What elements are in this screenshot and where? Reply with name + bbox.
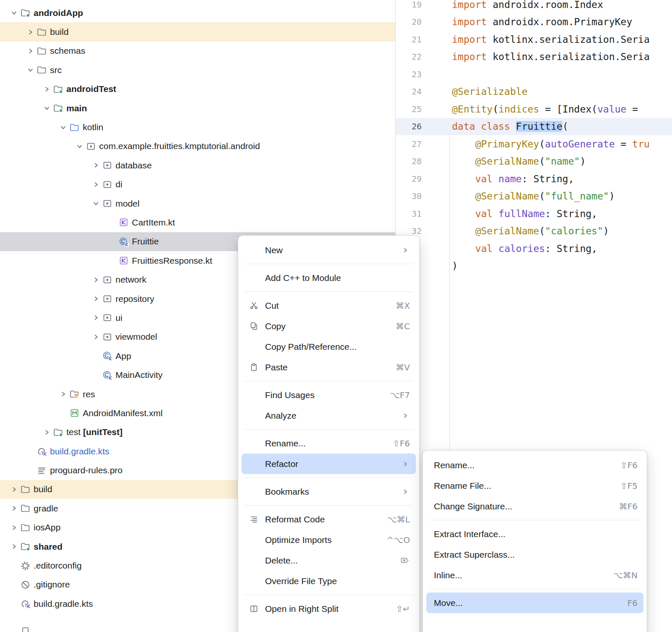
menu-item-change-signature[interactable]: Change Signature...⌘F6 <box>426 496 643 517</box>
tree-row[interactable]: com.example.fruitties.kmptutorial.androi… <box>0 137 395 156</box>
chevron-down-icon[interactable] <box>24 67 37 73</box>
tree-row[interactable]: di <box>0 175 395 194</box>
chevron-down-icon[interactable] <box>8 10 20 16</box>
code-line[interactable]: 25@Entity(indices = [Index(value = <box>396 100 672 118</box>
line-number: 29 <box>396 174 450 184</box>
code-line[interactable]: 23 <box>396 66 672 83</box>
code-token: ) <box>609 191 615 202</box>
chevron-right-icon[interactable] <box>89 334 102 340</box>
chevron-right-icon[interactable] <box>89 296 102 302</box>
package-icon <box>102 160 116 170</box>
tree-row[interactable]: main <box>0 99 395 118</box>
chevron-right-icon[interactable] <box>8 486 20 493</box>
menu-item-extract-interface[interactable]: Extract Interface... <box>426 524 643 544</box>
tree-row[interactable]: build <box>0 22 395 41</box>
code-token: ) <box>603 226 609 236</box>
menu-item-rename[interactable]: Rename...⇧F6 <box>242 433 416 454</box>
chevron-right-icon[interactable] <box>24 48 37 54</box>
tree-row[interactable]: kotlin <box>0 118 395 136</box>
menu-item-new[interactable]: New <box>242 240 416 260</box>
menu-shortcut: ⌘X <box>396 301 410 311</box>
code-line[interactable]: 24@Serializable <box>396 83 672 101</box>
code-token: value <box>597 104 626 115</box>
code-line[interactable]: 28 @SerialName("name") <box>396 153 672 170</box>
menu-item-paste[interactable]: Paste⌘V <box>242 357 416 378</box>
chevron-right-icon[interactable] <box>24 29 37 35</box>
code-line[interactable]: 32 @SerialName("calories") <box>396 223 672 240</box>
menu-item-optimize-imports[interactable]: Optimize Imports^⌥O <box>242 530 416 550</box>
code-token: calories <box>499 243 545 254</box>
tree-row[interactable]: src <box>0 60 395 79</box>
code-line[interactable]: ) <box>396 257 672 275</box>
tree-item-label: shared <box>34 542 63 552</box>
code-line[interactable]: 19import androidx.room.Index <box>396 0 672 13</box>
code-line[interactable]: 22import kotlinx.serialization.Seria <box>396 48 672 66</box>
menu-item-open-in-right-split[interactable]: Open in Right Split⇧↵ <box>242 598 416 619</box>
package-icon <box>102 312 116 323</box>
menu-shortcut: ⌘F6 <box>619 501 638 511</box>
tree-row[interactable]: model <box>0 194 395 213</box>
menu-item-move[interactable]: Move...F6 <box>426 593 643 613</box>
chevron-right-icon[interactable] <box>40 429 53 435</box>
menu-shortcut: ⇧↵ <box>396 604 410 614</box>
menu-item-override-file-type[interactable]: Override File Type <box>242 571 416 591</box>
package-icon <box>102 179 116 190</box>
code-token: @Entity <box>452 104 493 115</box>
menu-item-rename[interactable]: Rename...⇧F6 <box>426 455 643 475</box>
code-line[interactable]: 31 val fullName: String, <box>396 205 672 223</box>
menu-item-label: Find Usages <box>265 390 380 400</box>
menu-item-extract-superclass[interactable]: Extract Superclass... <box>426 544 643 565</box>
line-number: 26 <box>396 121 450 131</box>
code-token: @PrimaryKey <box>475 139 539 149</box>
selected-symbol: Fruittie <box>516 121 562 132</box>
menu-item-add-c-to-module[interactable]: Add C++ to Module <box>242 267 416 288</box>
tree-row[interactable]: androidTest <box>0 80 395 99</box>
chevron-down-icon[interactable] <box>73 143 86 149</box>
menu-item-inline[interactable]: Inline...⌥⌘N <box>426 565 643 585</box>
menu-item-bookmarks[interactable]: Bookmarks <box>242 481 416 502</box>
tree-row[interactable]: schemas <box>0 42 395 60</box>
tree-row[interactable]: CartItem.kt <box>0 213 395 232</box>
tree-item-label: androidTest <box>66 84 116 94</box>
tree-row[interactable]: database <box>0 156 395 175</box>
chevron-down-icon[interactable] <box>89 200 102 207</box>
chevron-right-icon[interactable] <box>89 277 102 283</box>
chevron-right-icon[interactable] <box>89 315 102 321</box>
code-token: androidx.room.Index <box>487 0 603 10</box>
folder-icon <box>37 46 50 56</box>
menu-item-cut[interactable]: Cut⌘X <box>242 295 416 316</box>
chevron-right-icon[interactable] <box>89 162 102 168</box>
code-line[interactable]: 30 @SerialName("full_name") <box>396 188 672 205</box>
menu-item-label: Change Signature... <box>434 501 609 511</box>
menu-item-delete[interactable]: Delete... <box>242 550 416 571</box>
menu-item-copy-path-reference[interactable]: Copy Path/Reference... <box>242 336 416 357</box>
code-line[interactable]: val calories: String, <box>396 240 672 257</box>
tree-item-label: repository <box>116 294 154 304</box>
line-number: 25 <box>396 104 450 114</box>
code-line[interactable]: 29 val name: String, <box>396 170 672 188</box>
code-line[interactable]: 26data class Fruittie( <box>396 118 672 136</box>
menu-item-copy[interactable]: Copy⌘C <box>242 316 416 336</box>
menu-item-analyze[interactable]: Analyze <box>242 405 416 426</box>
chevron-down-icon[interactable] <box>57 124 69 131</box>
tree-row[interactable]: androidApp <box>0 3 395 22</box>
code-line[interactable]: 20import androidx.room.PrimaryKey <box>396 13 672 31</box>
menu-item-reformat-code[interactable]: Reformat Code⌥⌘L <box>242 509 416 530</box>
code-text: @PrimaryKey(autoGenerate = tru <box>450 139 650 149</box>
chevron-right-icon[interactable] <box>57 391 69 397</box>
package-icon <box>102 275 116 285</box>
menu-item-rename-file[interactable]: Rename File...⇧F5 <box>426 475 643 496</box>
code-token: @Serializable <box>452 86 528 97</box>
menu-shortcut: ⇧F6 <box>620 460 638 470</box>
chevron-right-icon[interactable] <box>8 543 20 550</box>
tree-item-label: com.example.fruitties.kmptutorial.androi… <box>99 141 260 151</box>
chevron-right-icon[interactable] <box>8 524 20 531</box>
chevron-down-icon[interactable] <box>40 105 53 111</box>
chevron-right-icon[interactable] <box>8 505 20 511</box>
menu-item-find-usages[interactable]: Find Usages⌥F7 <box>242 385 416 405</box>
chevron-right-icon[interactable] <box>89 181 102 188</box>
code-line[interactable]: 27 @PrimaryKey(autoGenerate = tru <box>396 135 672 153</box>
chevron-right-icon[interactable] <box>40 86 53 92</box>
menu-item-refactor[interactable]: Refactor <box>242 454 416 474</box>
code-line[interactable]: 21import kotlinx.serialization.Seria <box>396 31 672 48</box>
